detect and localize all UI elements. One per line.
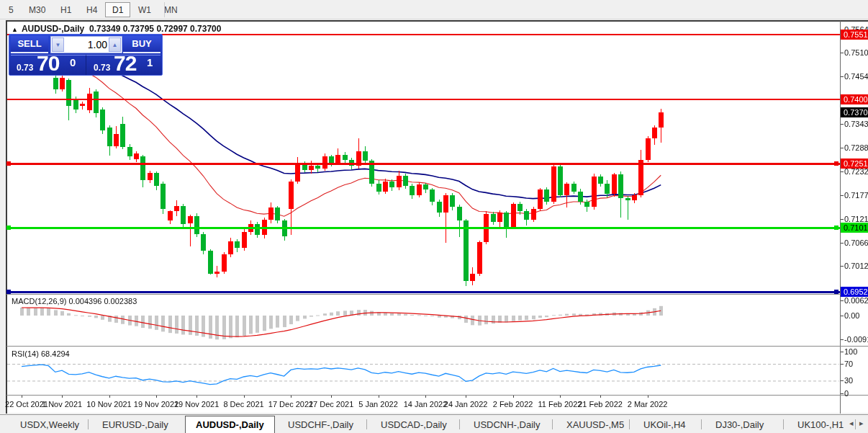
indicator-axis-tick [841,380,844,381]
price-axis-label: 0.74545 [844,72,868,81]
symbol-tab-usdchfdaily[interactable]: USDCHF-,Daily [278,416,363,433]
timeframe-button-w1[interactable]: W1 [131,2,158,17]
symbol-tab-ukoilh4[interactable]: UKOil-,H4 [633,416,696,433]
date-axis-label: 14 Jan 2022 [404,400,448,409]
tab-separator [855,419,856,429]
price-axis-tick [841,219,844,220]
price-axis-label: 0.70120 [844,262,868,270]
tab-separator [88,419,89,429]
tab-separator [783,419,784,429]
buy-price-main: 72 [114,51,136,76]
indicator-axis-label: 100 [844,347,857,356]
price-axis-tick [841,76,844,77]
sell-price-pip: 0 [70,56,76,68]
price-level-badge: 0.75512 [841,30,868,40]
price-axis-tick [841,53,844,53]
volume-increase-icon[interactable]: ▲ [109,37,121,52]
rsi-pane-separator [6,346,868,347]
price-axis-label: 0.75100 [844,48,868,57]
date-axis: 22 Oct 20211 Nov 202110 Nov 202119 Nov 2… [6,396,840,413]
tab-separator [629,419,630,429]
tab-scroll-right-icon[interactable]: ▸ [859,419,864,428]
price-axis-tick [841,195,844,196]
indicator-axis-tick [841,364,844,365]
symbol-tab-dj30daily[interactable]: DJ30-,Daily [705,416,774,433]
date-axis-label: 19 Nov 2021 [134,400,178,409]
price-level-badge: 0.71013 [841,223,868,233]
symbol-tab-eurusddaily[interactable]: EURUSD-,Daily [92,416,178,433]
tab-separator [366,419,367,429]
timeframe-button-mn[interactable]: MN [157,2,185,17]
buy-price-prefix: 0.73 [94,63,110,73]
price-axis-label: 0.71770 [844,191,868,200]
volume-input[interactable] [65,37,107,52]
symbol-tab-xauusdm5[interactable]: XAUUSD-,M5 [556,416,634,433]
tab-separator [701,419,702,429]
chart-symbol-label: AUDUSD-,Daily [22,24,84,34]
buy-price-display[interactable]: 0.73 72 1 [86,55,161,75]
price-axis-tick [841,243,844,244]
date-axis-label: 21 Feb 2022 [578,400,623,409]
volume-decrease-icon[interactable]: ▼ [52,37,64,52]
timeframe-button-m30[interactable]: M30 [22,2,53,17]
timeframe-toolbar: 5M30H1H4D1W1MN [0,0,868,19]
price-axis-tick [841,266,844,267]
timeframe-button-h1[interactable]: H1 [53,2,78,17]
symbol-marker-icon: ▲ [12,26,18,33]
price-axis-tick [841,171,844,172]
indicator-axis-tick [841,352,844,352]
macd-name: MACD(12,26,9) [12,297,66,305]
macd-values: 0.004396 0.002383 [68,297,137,305]
indicator-axis-tick [841,393,844,394]
symbol-tab-usdcaddaily[interactable]: USDCAD-,Daily [371,416,457,433]
volume-box: ▼ ▲ [50,36,122,53]
timeframe-button-h4[interactable]: H4 [79,2,104,17]
price-axis-tick [841,148,844,148]
date-axis-label: 1 Nov 2021 [42,400,82,409]
mt4-window: 5M30H1H4D1W1MN ▲AUDUSD-,Daily 0.73349 0.… [0,0,868,433]
chart-title: ▲AUDUSD-,Daily 0.73349 0.73795 0.72997 0… [12,24,221,34]
symbol-tab-usdcnhdaily[interactable]: USDCNH-,Daily [464,416,550,433]
one-click-trade-panel: SELL ▼ ▲ BUY 0.73 70 0 0.73 72 1 [9,34,163,76]
chart-ohlc-values: 0.73349 0.73795 0.72997 0.73700 [89,24,222,34]
price-axis-label: 0.72880 [844,143,868,152]
tab-separator [552,419,553,429]
timeframe-button-d1[interactable]: D1 [105,2,130,17]
date-axis-label: 8 Dec 2021 [223,400,263,409]
indicator-axis-label: 0.00 [844,311,859,320]
buy-price-pip: 1 [147,56,153,68]
symbol-tab-uk100h1[interactable]: UK100-,H1 [787,416,854,433]
price-chart-canvas[interactable] [6,21,840,414]
symbol-tab-usdxweekly[interactable]: USDX,Weekly [10,416,89,433]
timeframe-button-5[interactable]: 5 [1,2,21,17]
price-axis-label: 0.70660 [844,238,868,247]
indicator-axis-label: 0 [844,389,849,398]
indicator-axis-label: 0.00620 [844,296,868,305]
indicator-axis-label: 70 [844,360,853,368]
price-level-badge: 0.69520 [841,287,868,297]
sell-price-main: 70 [37,51,59,76]
sell-price-prefix: 0.73 [17,63,33,73]
date-axis-label: 2 Mar 2022 [628,400,668,409]
date-axis-label: 17 Dec 2021 [268,400,313,409]
date-axis-label: 24 Jan 2022 [444,400,488,409]
rsi-label: RSI(14) 68.4294 [12,349,70,358]
indicator-axis-label: -0.00919 [844,335,868,344]
sell-price-display[interactable]: 0.73 70 0 [11,55,86,75]
tab-separator [459,419,460,429]
date-axis-label: 29 Nov 2021 [174,400,219,409]
symbol-tab-audusddaily[interactable]: AUDUSD-,Daily [185,416,275,433]
price-level-badge: 0.72513 [841,159,868,169]
price-axis-separator [840,21,841,414]
price-level-badge: 0.73700 [841,107,868,117]
indicator-axis-tick [841,316,844,316]
price-axis-tick [841,124,844,125]
price-axis-label: 0.73435 [844,120,868,128]
date-axis-label: 10 Nov 2021 [86,400,131,409]
macd-label: MACD(12,26,9) 0.004396 0.002383 [12,297,137,305]
date-axis-label: 5 Jan 2022 [358,400,397,409]
rsi-value: 68.4294 [41,349,70,358]
tab-scroll-left-icon[interactable]: ◂ [849,419,854,428]
date-axis-label: 11 Feb 2022 [538,400,582,409]
date-axis-label: 2 Feb 2022 [493,400,533,409]
